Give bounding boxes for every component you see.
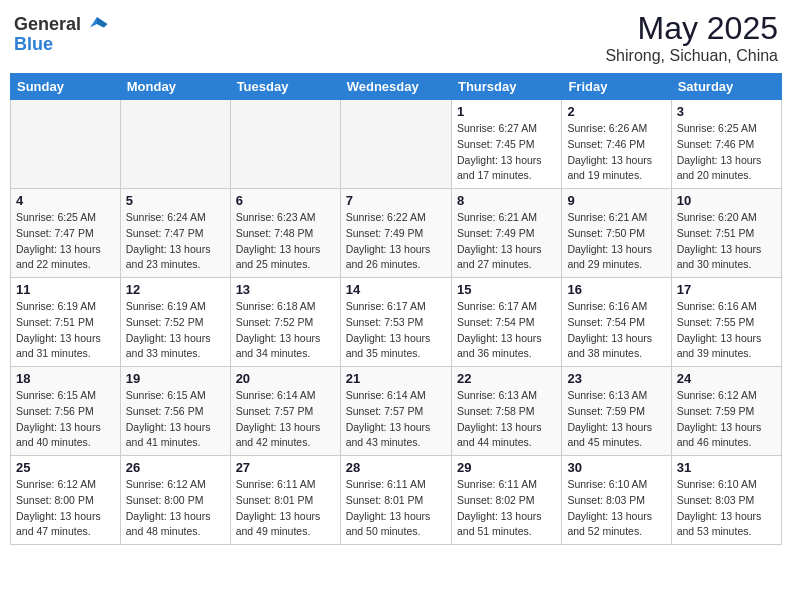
weekday-header: Monday <box>120 74 230 100</box>
day-info: Sunrise: 6:12 AMSunset: 8:00 PMDaylight:… <box>16 477 115 540</box>
day-number: 1 <box>457 104 556 119</box>
day-number: 11 <box>16 282 115 297</box>
calendar-cell: 22Sunrise: 6:13 AMSunset: 7:58 PMDayligh… <box>451 367 561 456</box>
calendar-week-row: 11Sunrise: 6:19 AMSunset: 7:51 PMDayligh… <box>11 278 782 367</box>
day-number: 24 <box>677 371 776 386</box>
title-area: May 2025 Shirong, Sichuan, China <box>605 10 778 65</box>
day-number: 4 <box>16 193 115 208</box>
day-number: 10 <box>677 193 776 208</box>
calendar-cell: 29Sunrise: 6:11 AMSunset: 8:02 PMDayligh… <box>451 456 561 545</box>
day-number: 26 <box>126 460 225 475</box>
day-number: 30 <box>567 460 665 475</box>
calendar: SundayMondayTuesdayWednesdayThursdayFrid… <box>10 73 782 545</box>
calendar-cell: 5Sunrise: 6:24 AMSunset: 7:47 PMDaylight… <box>120 189 230 278</box>
day-number: 17 <box>677 282 776 297</box>
calendar-cell: 4Sunrise: 6:25 AMSunset: 7:47 PMDaylight… <box>11 189 121 278</box>
day-number: 7 <box>346 193 446 208</box>
weekday-header: Thursday <box>451 74 561 100</box>
day-info: Sunrise: 6:16 AMSunset: 7:55 PMDaylight:… <box>677 299 776 362</box>
day-info: Sunrise: 6:13 AMSunset: 7:58 PMDaylight:… <box>457 388 556 451</box>
calendar-cell: 16Sunrise: 6:16 AMSunset: 7:54 PMDayligh… <box>562 278 671 367</box>
calendar-cell <box>120 100 230 189</box>
day-info: Sunrise: 6:15 AMSunset: 7:56 PMDaylight:… <box>126 388 225 451</box>
day-info: Sunrise: 6:10 AMSunset: 8:03 PMDaylight:… <box>677 477 776 540</box>
calendar-cell: 20Sunrise: 6:14 AMSunset: 7:57 PMDayligh… <box>230 367 340 456</box>
day-number: 23 <box>567 371 665 386</box>
day-number: 16 <box>567 282 665 297</box>
day-number: 3 <box>677 104 776 119</box>
weekday-header: Tuesday <box>230 74 340 100</box>
day-number: 29 <box>457 460 556 475</box>
weekday-header: Wednesday <box>340 74 451 100</box>
calendar-cell: 12Sunrise: 6:19 AMSunset: 7:52 PMDayligh… <box>120 278 230 367</box>
day-number: 22 <box>457 371 556 386</box>
day-number: 20 <box>236 371 335 386</box>
day-number: 6 <box>236 193 335 208</box>
day-info: Sunrise: 6:19 AMSunset: 7:52 PMDaylight:… <box>126 299 225 362</box>
calendar-cell: 10Sunrise: 6:20 AMSunset: 7:51 PMDayligh… <box>671 189 781 278</box>
day-number: 28 <box>346 460 446 475</box>
day-info: Sunrise: 6:15 AMSunset: 7:56 PMDaylight:… <box>16 388 115 451</box>
day-number: 9 <box>567 193 665 208</box>
day-number: 19 <box>126 371 225 386</box>
day-info: Sunrise: 6:10 AMSunset: 8:03 PMDaylight:… <box>567 477 665 540</box>
calendar-cell: 19Sunrise: 6:15 AMSunset: 7:56 PMDayligh… <box>120 367 230 456</box>
calendar-cell <box>340 100 451 189</box>
day-info: Sunrise: 6:17 AMSunset: 7:53 PMDaylight:… <box>346 299 446 362</box>
day-info: Sunrise: 6:11 AMSunset: 8:01 PMDaylight:… <box>236 477 335 540</box>
day-info: Sunrise: 6:25 AMSunset: 7:47 PMDaylight:… <box>16 210 115 273</box>
day-info: Sunrise: 6:17 AMSunset: 7:54 PMDaylight:… <box>457 299 556 362</box>
calendar-cell: 11Sunrise: 6:19 AMSunset: 7:51 PMDayligh… <box>11 278 121 367</box>
calendar-cell: 3Sunrise: 6:25 AMSunset: 7:46 PMDaylight… <box>671 100 781 189</box>
weekday-header: Saturday <box>671 74 781 100</box>
calendar-week-row: 4Sunrise: 6:25 AMSunset: 7:47 PMDaylight… <box>11 189 782 278</box>
day-info: Sunrise: 6:13 AMSunset: 7:59 PMDaylight:… <box>567 388 665 451</box>
calendar-cell: 1Sunrise: 6:27 AMSunset: 7:45 PMDaylight… <box>451 100 561 189</box>
day-info: Sunrise: 6:16 AMSunset: 7:54 PMDaylight:… <box>567 299 665 362</box>
calendar-cell: 21Sunrise: 6:14 AMSunset: 7:57 PMDayligh… <box>340 367 451 456</box>
day-info: Sunrise: 6:14 AMSunset: 7:57 PMDaylight:… <box>346 388 446 451</box>
header: General Blue May 2025 Shirong, Sichuan, … <box>10 10 782 65</box>
day-info: Sunrise: 6:23 AMSunset: 7:48 PMDaylight:… <box>236 210 335 273</box>
day-info: Sunrise: 6:24 AMSunset: 7:47 PMDaylight:… <box>126 210 225 273</box>
calendar-cell: 23Sunrise: 6:13 AMSunset: 7:59 PMDayligh… <box>562 367 671 456</box>
calendar-cell: 8Sunrise: 6:21 AMSunset: 7:49 PMDaylight… <box>451 189 561 278</box>
calendar-cell: 26Sunrise: 6:12 AMSunset: 8:00 PMDayligh… <box>120 456 230 545</box>
calendar-week-row: 25Sunrise: 6:12 AMSunset: 8:00 PMDayligh… <box>11 456 782 545</box>
logo-blue-text: Blue <box>14 34 53 55</box>
weekday-header: Friday <box>562 74 671 100</box>
day-number: 18 <box>16 371 115 386</box>
month-title: May 2025 <box>605 10 778 47</box>
day-number: 14 <box>346 282 446 297</box>
calendar-cell: 17Sunrise: 6:16 AMSunset: 7:55 PMDayligh… <box>671 278 781 367</box>
location-title: Shirong, Sichuan, China <box>605 47 778 65</box>
svg-marker-1 <box>97 17 108 28</box>
day-info: Sunrise: 6:20 AMSunset: 7:51 PMDaylight:… <box>677 210 776 273</box>
calendar-cell: 18Sunrise: 6:15 AMSunset: 7:56 PMDayligh… <box>11 367 121 456</box>
day-info: Sunrise: 6:19 AMSunset: 7:51 PMDaylight:… <box>16 299 115 362</box>
day-number: 27 <box>236 460 335 475</box>
day-info: Sunrise: 6:21 AMSunset: 7:49 PMDaylight:… <box>457 210 556 273</box>
logo: General Blue <box>14 10 111 55</box>
calendar-week-row: 1Sunrise: 6:27 AMSunset: 7:45 PMDaylight… <box>11 100 782 189</box>
calendar-week-row: 18Sunrise: 6:15 AMSunset: 7:56 PMDayligh… <box>11 367 782 456</box>
day-number: 12 <box>126 282 225 297</box>
calendar-cell: 25Sunrise: 6:12 AMSunset: 8:00 PMDayligh… <box>11 456 121 545</box>
calendar-cell: 9Sunrise: 6:21 AMSunset: 7:50 PMDaylight… <box>562 189 671 278</box>
weekday-header: Sunday <box>11 74 121 100</box>
day-number: 13 <box>236 282 335 297</box>
logo-bird-icon <box>83 10 111 38</box>
day-info: Sunrise: 6:11 AMSunset: 8:02 PMDaylight:… <box>457 477 556 540</box>
day-number: 21 <box>346 371 446 386</box>
calendar-cell: 28Sunrise: 6:11 AMSunset: 8:01 PMDayligh… <box>340 456 451 545</box>
calendar-cell: 2Sunrise: 6:26 AMSunset: 7:46 PMDaylight… <box>562 100 671 189</box>
calendar-cell: 14Sunrise: 6:17 AMSunset: 7:53 PMDayligh… <box>340 278 451 367</box>
day-number: 31 <box>677 460 776 475</box>
day-number: 25 <box>16 460 115 475</box>
day-info: Sunrise: 6:27 AMSunset: 7:45 PMDaylight:… <box>457 121 556 184</box>
logo-general-text: General <box>14 14 81 35</box>
day-info: Sunrise: 6:22 AMSunset: 7:49 PMDaylight:… <box>346 210 446 273</box>
day-info: Sunrise: 6:11 AMSunset: 8:01 PMDaylight:… <box>346 477 446 540</box>
day-info: Sunrise: 6:18 AMSunset: 7:52 PMDaylight:… <box>236 299 335 362</box>
weekday-header-row: SundayMondayTuesdayWednesdayThursdayFrid… <box>11 74 782 100</box>
